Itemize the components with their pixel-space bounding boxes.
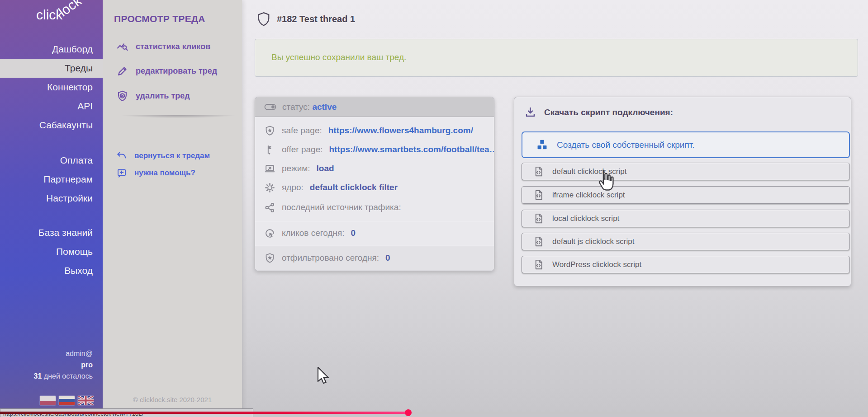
row-label: последний источник трафика: (282, 202, 401, 212)
link-need-help[interactable]: нужна помощь? (116, 167, 195, 179)
row-label: отфильтровано сегодня: (282, 253, 379, 263)
video-progress-dot[interactable] (405, 409, 412, 416)
click-circle-icon (264, 228, 275, 239)
toggle-icon (264, 103, 276, 111)
row-label: режим: (282, 164, 310, 173)
safe-page-link[interactable]: https://www.flowers4hamburg.com/ (328, 126, 473, 136)
shield-star-icon (264, 125, 275, 136)
status-row-safe-page: safe page: https://www.flowers4hamburg.c… (264, 124, 473, 137)
pencil-icon (116, 65, 128, 77)
flag-russia[interactable] (59, 396, 75, 405)
sidebar-item-knowledge-base[interactable]: База знаний (0, 223, 103, 242)
script-button-default-js[interactable]: default js clicklock script (522, 233, 850, 250)
download-panel-title: Скачать скрипт подключения: (544, 108, 673, 117)
code-file-icon (533, 236, 544, 247)
code-file-icon (533, 166, 544, 177)
page-title: #182 Test thread 1 (277, 14, 355, 24)
account-plan: pro (34, 359, 93, 370)
script-button-local[interactable]: local clicklock script (522, 210, 850, 227)
button-label: local clicklock script (552, 214, 619, 223)
shield-star-icon (264, 253, 275, 264)
download-panel-header: Скачать скрипт подключения: (524, 106, 673, 118)
sidebar-item-logout[interactable]: Выход (0, 261, 103, 280)
flag-uk[interactable] (78, 396, 94, 405)
button-label: default js clicklock script (552, 237, 634, 246)
status-label: статус: (282, 102, 310, 112)
sidebar-item-settings[interactable]: Настройки (0, 189, 103, 208)
code-file-icon (533, 259, 544, 270)
row-value: 0 (385, 253, 390, 263)
row-label: ядро: (282, 183, 304, 192)
sidebar-nav: Дашборд Треды Коннектор API Сабакаунты О… (0, 40, 103, 280)
mode-screen-icon (264, 163, 275, 174)
status-row-offer-page: offer page: https://www.smartbets.com/fo… (264, 143, 494, 156)
menu-item-label: редактировать тред (136, 66, 217, 76)
flag-pin-icon (264, 144, 275, 155)
stats-magnifier-icon (116, 41, 128, 53)
mouse-cursor-arrow (317, 367, 330, 385)
sidebar: clicklock Дашборд Треды Коннектор API Са… (0, 0, 103, 409)
row-label: кликов сегодня: (282, 228, 345, 238)
row-label: safe page: (282, 126, 322, 136)
row-value: default clicklock filter (310, 183, 398, 192)
thread-shield-icon (257, 12, 270, 27)
link-back-to-threads[interactable]: вернуться к тредам (116, 150, 210, 162)
offer-page-link[interactable]: https://www.smartbets.com/football/tea… (329, 145, 494, 155)
sidebar-item-api[interactable]: API (0, 97, 103, 116)
sidebar-item-subaccounts[interactable]: Сабакаунты (0, 116, 103, 135)
share-icon (264, 202, 275, 213)
sidebar-item-connector[interactable]: Коннектор (0, 78, 103, 97)
video-progress-bar[interactable] (0, 412, 868, 414)
cubes-icon (535, 138, 549, 152)
button-label: iframe clicklock script (552, 191, 625, 200)
button-label: default clicklock script (552, 167, 626, 176)
menu-item-click-stats[interactable]: статистика кликов (116, 40, 210, 53)
thread-menu-panel: ПРОСМОТР ТРЕДА статистика кликов редакти… (103, 0, 242, 417)
script-button-wordpress[interactable]: WordPress clicklock script (522, 256, 850, 273)
copyright: © clicklock.site 2020-2021 (103, 396, 242, 403)
panel-divider (114, 115, 243, 119)
sidebar-item-payment[interactable]: Оплата (0, 151, 103, 170)
row-value: 0 (351, 228, 356, 238)
delete-shield-icon (116, 90, 128, 102)
menu-item-label: статистика кликов (136, 42, 210, 52)
sidebar-item-partners[interactable]: Партнерам (0, 170, 103, 189)
card-separator (255, 246, 494, 246)
success-alert-text: Вы успешно сохранили ваш тред. (271, 52, 406, 62)
flag-poland[interactable] (40, 396, 56, 405)
download-scripts-panel: Скачать скрипт подключения: Создать свой… (514, 97, 851, 286)
gear-icon (264, 182, 275, 193)
thread-status-card: статус: active safe page: https://www.fl… (255, 97, 494, 271)
button-label: Создать свой собственный скрипт. (557, 140, 695, 150)
status-row-core: ядро: default clicklock filter (264, 181, 398, 194)
status-row-filtered-today: отфильтровано сегодня: 0 (264, 252, 390, 264)
panel-link-label: вернуться к тредам (134, 151, 210, 160)
status-row-clicks-today: кликов сегодня: 0 (264, 227, 356, 239)
panel-link-label: нужна помощь? (134, 169, 195, 178)
script-button-iframe[interactable]: iframe clicklock script (522, 186, 850, 204)
sidebar-item-threads[interactable]: Треды (0, 59, 103, 78)
code-file-icon (533, 213, 544, 224)
row-label: offer page: (282, 145, 323, 155)
status-header: статус: active (255, 97, 494, 117)
video-progress-played (0, 412, 408, 414)
success-alert: Вы успешно сохранили ваш тред. (255, 39, 858, 77)
button-label: WordPress clicklock script (552, 260, 641, 269)
status-row-mode: режим: load (264, 162, 334, 175)
thread-menu-title: ПРОСМОТР ТРЕДА (114, 14, 205, 24)
menu-item-edit-thread[interactable]: редактировать тред (116, 64, 217, 78)
status-row-last-traffic-source: последний источник трафика: (264, 201, 408, 214)
menu-item-delete-thread[interactable]: удалить тред (116, 89, 190, 103)
code-file-icon (533, 189, 544, 201)
create-custom-script-button[interactable]: Создать свой собственный скрипт. (522, 131, 850, 158)
download-icon (524, 106, 536, 118)
sidebar-item-dashboard[interactable]: Дашборд (0, 40, 103, 59)
account-info: admin@ pro 31 дней осталось (34, 348, 93, 382)
row-value: load (317, 164, 334, 173)
script-button-default[interactable]: default clicklock script (522, 163, 850, 180)
sidebar-item-help[interactable]: Помощь (0, 242, 103, 261)
account-email: admin@ (34, 348, 93, 359)
card-separator (255, 222, 494, 222)
status-value: active (312, 102, 337, 112)
undo-icon (116, 150, 127, 161)
